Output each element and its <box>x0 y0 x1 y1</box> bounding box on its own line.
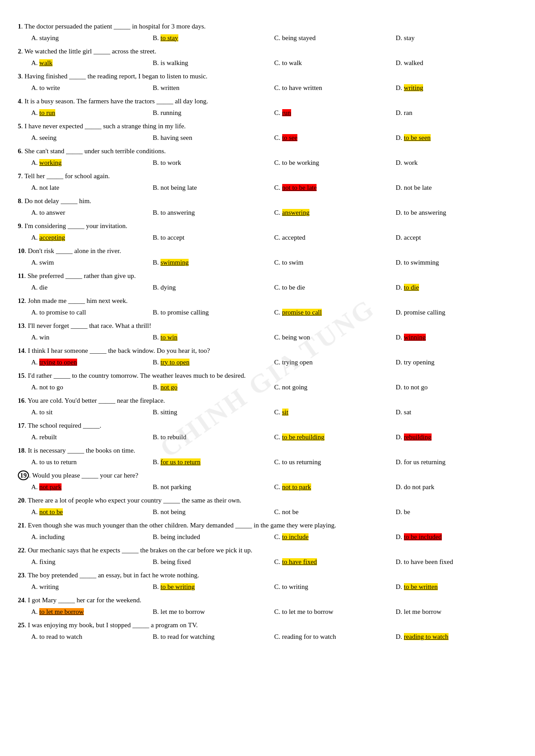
options-row: A. trying to openB. try to openC. trying… <box>31 357 517 368</box>
option-a: A. not late <box>31 182 153 194</box>
question-text: 19. Would you please _____ your car here… <box>18 470 517 481</box>
option-b: B. dying <box>153 282 275 294</box>
option-c: C. to us returning <box>274 457 396 468</box>
option-a: A. not to be <box>31 507 153 518</box>
option-b: B. to accept <box>153 232 275 244</box>
option-c: C. sit <box>274 407 396 418</box>
question-text: 16. You are cold. You'd better _____ nea… <box>18 396 517 406</box>
option-d: D. let me borrow <box>396 606 518 618</box>
options-row: A. seeingB. having seenC. to seeD. to be… <box>31 132 517 144</box>
question-block: 8. Do not delay _____ him.A. to answerB.… <box>18 196 517 218</box>
option-c: C. not going <box>274 382 396 393</box>
options-row: A. to writeB. writtenC. to have writtenD… <box>31 82 517 94</box>
question-text: 4. It is a busy season. The farmers have… <box>18 96 517 106</box>
option-a: A. including <box>31 531 153 543</box>
question-number: 15 <box>18 372 25 379</box>
option-d: D. accept <box>396 232 518 244</box>
option-d: D. to swimming <box>396 257 518 269</box>
options-row: A. stayingB. to stayC. being stayedD. st… <box>31 33 517 44</box>
question-text: 5. I have never expected _____ such a st… <box>18 121 517 131</box>
question-number: 22 <box>18 547 25 554</box>
options-row: A. fixingB. being fixedC. to have fixedD… <box>31 556 517 568</box>
option-d: D. rebuilding <box>396 432 518 443</box>
option-c: C. to be rebuilding <box>274 432 396 443</box>
options-row: A. not to beB. not beingC. not beD. be <box>31 507 517 518</box>
question-number: 6 <box>18 147 21 155</box>
option-b: B. let me to borrow <box>153 606 275 618</box>
option-d: D. to be seen <box>396 132 518 144</box>
options-row: A. winB. to winC. being wonD. winning <box>31 332 517 343</box>
options-row: A. not lateB. not being lateC. not to be… <box>31 182 517 194</box>
option-a: A. die <box>31 282 153 294</box>
options-row: A. to sitB. sittingC. sitD. sat <box>31 407 517 418</box>
option-b: B. running <box>153 107 275 119</box>
option-a: A. to sit <box>31 407 153 418</box>
option-b: B. to answering <box>153 207 275 219</box>
options-row: A. not to goB. not goC. not goingD. to n… <box>31 382 517 393</box>
question-text: 25. I was enjoying my book, but I stoppe… <box>18 620 517 630</box>
option-d: D. sat <box>396 407 518 418</box>
question-text: 7. Tell her _____ for school again. <box>18 171 517 181</box>
option-c: C. promise to call <box>274 307 396 319</box>
question-block: 18. It is necessary _____ the books on t… <box>18 445 517 468</box>
options-row: A. acceptingB. to acceptC. acceptedD. ac… <box>31 232 517 244</box>
option-c: C. trying open <box>274 357 396 368</box>
option-b: B. is walking <box>153 57 275 69</box>
question-number: 8 <box>18 197 21 204</box>
options-row: A. includingB. being includedC. to inclu… <box>31 531 517 543</box>
question-text: 22. Our mechanic says that he expects __… <box>18 545 517 556</box>
question-number: 9 <box>18 222 21 229</box>
option-b: B. not parking <box>153 482 275 493</box>
question-block: 5. I have never expected _____ such a st… <box>18 121 517 143</box>
option-b: B. not being late <box>153 182 275 194</box>
option-b: B. sitting <box>153 407 275 418</box>
option-c: C. being stayed <box>274 33 396 44</box>
option-d: D. to have been fixed <box>396 556 518 568</box>
question-block: 15. I'd rather _____ to the country tomo… <box>18 371 517 393</box>
question-block: 10. Don't risk _____ alone in the river.… <box>18 246 517 268</box>
question-text: 12. John made me _____ him next week. <box>18 296 517 306</box>
option-b: B. being included <box>153 531 275 543</box>
question-number: 4 <box>18 98 21 105</box>
options-row: A. to runB. runningC. runD. ran <box>31 107 517 119</box>
option-b: B. for us to return <box>153 457 275 468</box>
option-d: D. not be late <box>396 182 518 194</box>
question-text: 9. I'm considering _____ your invitation… <box>18 221 517 231</box>
question-text: 21. Even though she was much younger tha… <box>18 520 517 531</box>
option-a: A. walk <box>31 57 153 69</box>
question-block: 19. Would you please _____ your car here… <box>18 470 517 493</box>
question-block: 13. I'll never forget _____ that race. W… <box>18 321 517 343</box>
option-d: D. try opening <box>396 357 518 368</box>
option-c: C. to see <box>274 132 396 144</box>
option-b: B. to work <box>153 157 275 169</box>
option-b: B. not being <box>153 507 275 518</box>
question-text: 23. The boy pretended _____ an essay, bu… <box>18 570 517 580</box>
option-a: A. fixing <box>31 556 153 568</box>
question-text: 8. Do not delay _____ him. <box>18 196 517 206</box>
option-c: C. to writing <box>274 581 396 593</box>
option-d: D. writing <box>396 82 518 94</box>
question-text: 18. It is necessary _____ the books on t… <box>18 445 517 456</box>
options-row: A. not parkB. not parkingC. not to parkD… <box>31 482 517 493</box>
question-number: 2 <box>18 48 21 55</box>
question-text: 6. She can't stand _____ under such terr… <box>18 146 517 156</box>
option-a: A. to write <box>31 82 153 94</box>
option-a: A. to us to return <box>31 457 153 468</box>
option-a: A. to let me borrow <box>31 606 153 618</box>
question-block: 21. Even though she was much younger tha… <box>18 520 517 543</box>
option-d: D. to be answering <box>396 207 518 219</box>
options-row: A. workingB. to workC. to be workingD. w… <box>31 157 517 169</box>
options-row: A. rebuiltB. to rebuildC. to be rebuildi… <box>31 432 517 443</box>
option-d: D. work <box>396 157 518 169</box>
question-text: 13. I'll never forget _____ that race. W… <box>18 321 517 331</box>
option-b: B. swimming <box>153 257 275 269</box>
option-a: A. to promise to call <box>31 307 153 319</box>
option-c: C. to walk <box>274 57 396 69</box>
options-row: A. to promise to callB. to promise calli… <box>31 307 517 319</box>
question-number: 18 <box>18 447 25 454</box>
option-d: D. to die <box>396 282 518 294</box>
option-d: D. promise calling <box>396 307 518 319</box>
option-a: A. not to go <box>31 382 153 393</box>
option-b: B. not go <box>153 382 275 393</box>
options-row: A. to let me borrowB. let me to borrowC.… <box>31 606 517 618</box>
